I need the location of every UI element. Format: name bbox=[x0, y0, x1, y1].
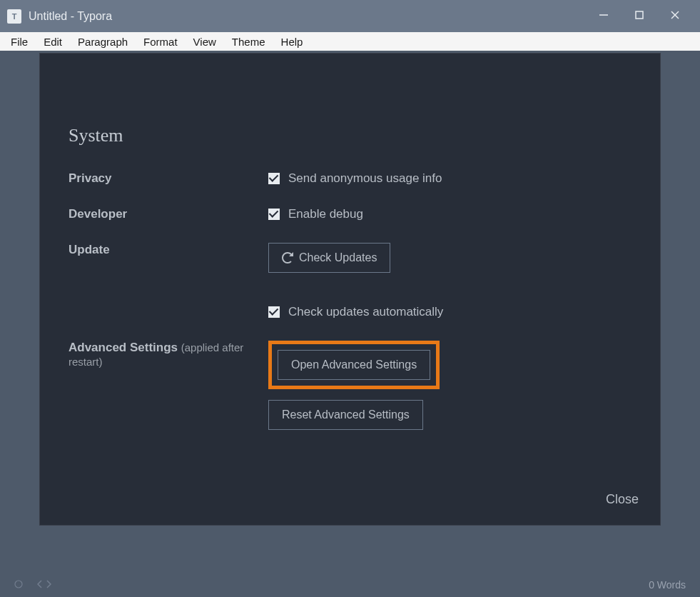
checkbox-enable-debug[interactable] bbox=[268, 209, 280, 220]
developer-content: Enable debug bbox=[268, 207, 631, 221]
window-controls bbox=[597, 10, 693, 23]
label-update: Update bbox=[69, 243, 268, 319]
menu-view[interactable]: View bbox=[186, 34, 223, 49]
menu-help[interactable]: Help bbox=[274, 34, 310, 49]
settings-row-privacy: Privacy Send anonymous usage info bbox=[69, 171, 631, 186]
section-title-system: System bbox=[69, 125, 631, 146]
advanced-content: Open Advanced Settings Reset Advanced Se… bbox=[268, 341, 631, 430]
title-bar: T Untitled - Typora bbox=[0, 0, 700, 32]
svg-point-4 bbox=[15, 581, 22, 588]
menu-edit[interactable]: Edit bbox=[36, 34, 69, 49]
menu-file[interactable]: File bbox=[4, 34, 35, 49]
open-advanced-settings-button[interactable]: Open Advanced Settings bbox=[278, 350, 430, 380]
menu-paragraph[interactable]: Paragraph bbox=[71, 34, 135, 49]
content-area: System Privacy Send anonymous usage info… bbox=[0, 51, 700, 597]
settings-row-update: Update Check Updates Check updates autom… bbox=[69, 243, 631, 319]
privacy-content: Send anonymous usage info bbox=[268, 171, 631, 186]
label-enable-debug: Enable debug bbox=[288, 207, 363, 221]
checkbox-row-auto-update: Check updates automatically bbox=[268, 305, 631, 319]
close-button[interactable] bbox=[668, 10, 682, 23]
maximize-button[interactable] bbox=[632, 10, 646, 23]
label-advanced-main: Advanced Settings bbox=[69, 341, 181, 354]
settings-row-advanced: Advanced Settings (applied after restart… bbox=[69, 341, 631, 430]
minimize-button[interactable] bbox=[597, 10, 611, 23]
window-title: Untitled - Typora bbox=[29, 10, 597, 23]
check-updates-button[interactable]: Check Updates bbox=[268, 243, 390, 273]
app-icon: T bbox=[7, 9, 21, 24]
checkbox-row-debug: Enable debug bbox=[268, 207, 631, 221]
checkbox-auto-update[interactable] bbox=[268, 306, 280, 318]
outline-toggle-icon[interactable] bbox=[14, 579, 23, 591]
refresh-icon bbox=[282, 252, 293, 264]
label-send-anon: Send anonymous usage info bbox=[288, 171, 442, 186]
label-developer: Developer bbox=[69, 207, 268, 221]
close-settings-button[interactable]: Close bbox=[606, 492, 639, 507]
menu-format[interactable]: Format bbox=[136, 34, 185, 49]
word-count[interactable]: 0 Words bbox=[649, 579, 686, 591]
label-advanced: Advanced Settings (applied after restart… bbox=[69, 341, 268, 430]
source-code-icon[interactable] bbox=[37, 579, 51, 591]
label-auto-update: Check updates automatically bbox=[288, 305, 443, 319]
checkbox-send-anon[interactable] bbox=[268, 173, 280, 184]
status-left bbox=[14, 579, 649, 591]
highlight-box: Open Advanced Settings bbox=[268, 341, 440, 389]
check-updates-label: Check Updates bbox=[299, 251, 377, 264]
label-privacy: Privacy bbox=[69, 171, 268, 186]
settings-panel: System Privacy Send anonymous usage info… bbox=[39, 53, 661, 526]
checkbox-row-anon: Send anonymous usage info bbox=[268, 171, 631, 186]
menu-bar: File Edit Paragraph Format View Theme He… bbox=[0, 32, 700, 51]
svg-rect-1 bbox=[636, 11, 643, 19]
update-content: Check Updates Check updates automaticall… bbox=[268, 243, 631, 319]
settings-row-developer: Developer Enable debug bbox=[69, 207, 631, 221]
menu-theme[interactable]: Theme bbox=[225, 34, 273, 49]
reset-advanced-settings-button[interactable]: Reset Advanced Settings bbox=[268, 400, 423, 430]
status-bar: 0 Words bbox=[0, 572, 700, 597]
